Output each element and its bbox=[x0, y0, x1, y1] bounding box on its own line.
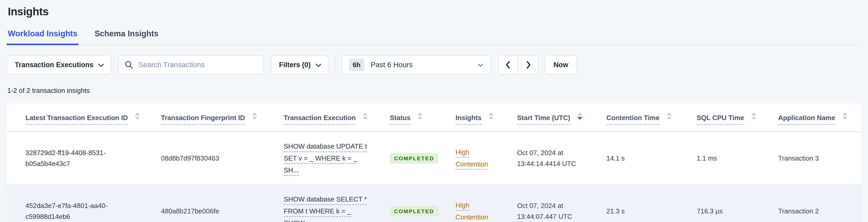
table-row: 328729d2-ff19-4408-8531-b05a5b4e43c7 08d… bbox=[7, 132, 861, 185]
cell-transaction-execution: SHOW database SELECT * FROM t WHERE k = … bbox=[273, 185, 379, 222]
cell-sql-cpu-time: 716.3 µs bbox=[686, 185, 768, 222]
status-badge: COMPLETED bbox=[390, 206, 438, 217]
insights-table: Latest Transaction Execution ID Transact… bbox=[7, 103, 861, 222]
sort-down-icon bbox=[578, 117, 582, 120]
status-badge: COMPLETED bbox=[390, 153, 438, 164]
sort-down-icon bbox=[843, 117, 847, 120]
column-header-start-time[interactable]: Start Time (UTC) bbox=[507, 103, 596, 132]
sort-up-icon bbox=[489, 113, 493, 116]
cell-status: COMPLETED bbox=[379, 185, 445, 222]
cell-status: COMPLETED bbox=[379, 132, 445, 185]
search-box[interactable] bbox=[118, 55, 264, 74]
chevron-down-icon bbox=[98, 61, 104, 67]
time-prev-button[interactable] bbox=[498, 55, 518, 74]
sort-down-icon bbox=[667, 117, 672, 120]
time-range-label: Past 6 Hours bbox=[371, 61, 413, 69]
cell-execution-id: 328729d2-ff19-4408-8531-b05a5b4e43c7 bbox=[7, 132, 151, 185]
sort-up-icon bbox=[667, 113, 672, 116]
column-header-sql-cpu-time[interactable]: SQL CPU Time bbox=[686, 103, 768, 132]
search-input[interactable] bbox=[138, 60, 258, 69]
column-header-application-name[interactable]: Application Name bbox=[768, 103, 861, 132]
cell-transaction-execution: SHOW database UPDATE t SET v = _ WHERE k… bbox=[273, 132, 379, 185]
now-button[interactable]: Now bbox=[545, 55, 577, 74]
time-range-arrows bbox=[498, 55, 538, 74]
cell-application-name: Transaction 3 bbox=[768, 132, 861, 185]
cell-start-time: Oct 07, 2024 at 13:44:07.447 UTC bbox=[507, 185, 596, 222]
table-row: 452da3e7-e7fa-4801-aa40-c59988d14eb6 480… bbox=[7, 185, 861, 222]
sort-icon bbox=[667, 113, 672, 120]
cell-insights: High Contention bbox=[445, 132, 507, 185]
sort-icon bbox=[417, 113, 422, 120]
column-header-insights[interactable]: Insights bbox=[445, 103, 507, 132]
sort-down-icon bbox=[252, 117, 257, 120]
insight-type-dropdown-label: Transaction Executions bbox=[15, 61, 93, 69]
sort-up-icon bbox=[252, 113, 257, 116]
cell-contention-time: 21.3 s bbox=[596, 185, 686, 222]
cell-execution-id: 452da3e7-e7fa-4801-aa40-c59988d14eb6 bbox=[7, 185, 151, 222]
results-count: 1-2 of 2 transaction insights bbox=[7, 87, 861, 95]
sort-up-icon bbox=[843, 113, 847, 116]
sort-down-icon bbox=[363, 117, 368, 120]
transaction-execution-link[interactable]: SHOW database SELECT * FROM t WHERE k = … bbox=[284, 195, 367, 222]
sort-down-icon bbox=[751, 117, 756, 120]
sort-down-icon bbox=[135, 117, 140, 120]
sort-up-icon bbox=[363, 113, 368, 116]
sort-down-icon bbox=[417, 117, 422, 120]
search-icon bbox=[124, 60, 134, 69]
column-header-status[interactable]: Status bbox=[379, 103, 445, 132]
sort-icon bbox=[363, 113, 368, 120]
table-header-row: Latest Transaction Execution ID Transact… bbox=[7, 103, 861, 132]
insights-page: Insights Workload Insights Schema Insigh… bbox=[0, 0, 868, 222]
toolbar: Transaction Executions Filters (0) 6h Pa… bbox=[7, 55, 861, 75]
filters-button[interactable]: Filters (0) bbox=[271, 55, 328, 74]
page-title: Insights bbox=[8, 5, 861, 19]
sort-up-icon bbox=[578, 113, 582, 116]
column-header-latest-transaction-execution-id[interactable]: Latest Transaction Execution ID bbox=[7, 103, 151, 132]
insight-link[interactable]: High Contention bbox=[456, 201, 488, 221]
sort-up-icon bbox=[751, 113, 756, 116]
chevron-left-icon bbox=[504, 60, 512, 69]
sort-icon-active-desc bbox=[578, 113, 582, 120]
cell-application-name: Transaction 2 bbox=[768, 185, 861, 222]
chevron-down-icon bbox=[478, 62, 483, 66]
column-header-contention-time[interactable]: Contention Time bbox=[596, 103, 686, 132]
sort-icon bbox=[843, 113, 847, 120]
cell-contention-time: 14.1 s bbox=[596, 132, 686, 185]
column-header-transaction-fingerprint-id[interactable]: Transaction Fingerprint ID bbox=[151, 103, 273, 132]
sort-up-icon bbox=[135, 113, 140, 116]
cell-fingerprint-id: 480a8b217be006fe bbox=[151, 185, 273, 222]
cell-fingerprint-id: 08d8b7d97f830463 bbox=[151, 132, 273, 185]
sort-up-icon bbox=[417, 113, 422, 116]
sort-icon bbox=[489, 113, 493, 120]
time-next-button[interactable] bbox=[518, 55, 538, 74]
filters-button-label: Filters (0) bbox=[279, 61, 311, 69]
tab-schema-insights[interactable]: Schema Insights bbox=[93, 29, 159, 45]
transaction-execution-link[interactable]: SHOW database UPDATE t SET v = _ WHERE k… bbox=[284, 142, 367, 174]
cell-start-time: Oct 07, 2024 at 13:44:14.4414 UTC bbox=[507, 132, 596, 185]
sort-icon bbox=[252, 113, 257, 120]
insights-table-card: Latest Transaction Execution ID Transact… bbox=[7, 103, 861, 222]
sort-icon bbox=[751, 113, 756, 120]
column-header-transaction-execution[interactable]: Transaction Execution bbox=[273, 103, 379, 132]
sort-icon bbox=[135, 113, 140, 120]
insight-link[interactable]: High Contention bbox=[456, 148, 488, 168]
chevron-right-icon bbox=[524, 60, 532, 69]
sort-down-icon bbox=[489, 117, 493, 120]
tab-workload-insights[interactable]: Workload Insights bbox=[7, 29, 79, 45]
toolbar-divider bbox=[335, 55, 335, 75]
time-range-picker[interactable]: 6h Past 6 Hours bbox=[342, 55, 490, 74]
chevron-down-icon bbox=[316, 61, 321, 67]
cell-sql-cpu-time: 1.1 ms bbox=[686, 132, 768, 185]
time-range-badge: 6h bbox=[349, 59, 365, 71]
cell-insights: High Contention bbox=[445, 185, 507, 222]
tab-bar: Workload Insights Schema Insights bbox=[7, 29, 861, 45]
insight-type-dropdown[interactable]: Transaction Executions bbox=[7, 55, 111, 74]
